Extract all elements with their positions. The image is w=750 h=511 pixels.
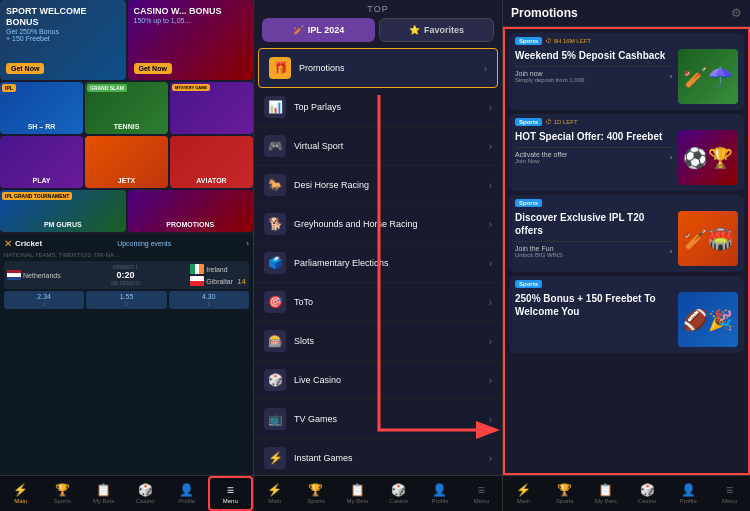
promo-freebet-link[interactable]: Activate the offer Join Now › [515, 147, 672, 164]
nav-mybets-right[interactable]: 📋 My Bets [585, 476, 626, 511]
promo-welcome-title: 250% Bonus + 150 Freebet To Welcome You [515, 292, 672, 318]
sport-banner-btn[interactable]: Get Now [6, 63, 44, 74]
score-14: 14 [237, 277, 246, 286]
sport-tile-jetx-label: JETX [118, 177, 136, 184]
nav-mybets-mid[interactable]: 📋 My Bets [337, 476, 378, 511]
left-bottom-nav: ⚡ Main 🏆 Sports 📋 My Bets 🎲 Casino 👤 Pro… [0, 475, 253, 511]
instant-games-label: Instant Games [294, 453, 489, 463]
promotions-tile[interactable]: PROMOTIONS [128, 190, 254, 232]
sport-tile-aviator[interactable]: AVIATOR [170, 136, 253, 188]
menu-item-toto[interactable]: 🎯 ToTo › [254, 283, 502, 322]
menu-item-slots[interactable]: 🎰 Slots › [254, 322, 502, 361]
match-sub: NATIONAL TEAMS, TWENTY20, TRI-NA... [4, 252, 249, 258]
freebet-link-chevron: › [670, 154, 672, 161]
filter-icon[interactable]: ⚙ [731, 6, 742, 20]
nav-main-mid[interactable]: ⚡ Main [254, 476, 295, 511]
odd-btn-3[interactable]: 4.301 [169, 291, 249, 309]
casino-banner-btn[interactable]: Get Now [134, 63, 172, 74]
promo-card-freebet[interactable]: Sports ⏱ 1D LEFT HOT Special Offer: 400 … [509, 114, 744, 191]
extra-tiles: IPL GRAND TOURNAMENT PM GURUS PROMOTIONS [0, 190, 253, 232]
nav-sports-right[interactable]: 🏆 Sports [544, 476, 585, 511]
promo-welcome-body: 250% Bonus + 150 Freebet To Welcome You … [509, 292, 744, 353]
tv-games-icon: 📺 [264, 408, 286, 430]
mybets-label-right: My Bets [595, 498, 617, 504]
live-casino-icon: 🎲 [264, 369, 286, 391]
nav-main-right[interactable]: ⚡ Main [503, 476, 544, 511]
menu-item-tv-games[interactable]: 📺 TV Games › [254, 400, 502, 439]
parliament-icon: 🗳️ [264, 252, 286, 274]
sport-tile-mystery[interactable]: MYSTERY GAME [170, 82, 253, 134]
nav-profile-left[interactable]: 👤 Profile [166, 476, 208, 511]
menu-icon-right: ≡ [726, 483, 733, 497]
menu-item-instant-games[interactable]: ⚡ Instant Games › [254, 439, 502, 475]
nav-casino-right[interactable]: 🎲 Casino [627, 476, 668, 511]
desi-horse-icon: 🐎 [264, 174, 286, 196]
nav-casino-left[interactable]: 🎲 Casino [125, 476, 167, 511]
menu-item-top-parlays[interactable]: 📊 Top Parlays › [254, 88, 502, 127]
promo-card-ipl[interactable]: Sports Discover Exclusive IPL T20 offers… [509, 195, 744, 272]
nav-menu-right[interactable]: ≡ Menu [709, 476, 750, 511]
top-label: TOP [254, 0, 502, 18]
sport-tile-play[interactable]: PLAY [0, 136, 83, 188]
menu-item-desi-horse[interactable]: 🐎 Desi Horse Racing › [254, 166, 502, 205]
sport-tile-tennis[interactable]: GRAND SLAM TENNIS [85, 82, 168, 134]
tab-favorites[interactable]: ⭐ Favorites [379, 18, 494, 42]
sports-label-right: Sports [556, 498, 573, 504]
match-row: Netherlands INNINGS 1 0:20 0/0-20/0(2.5)… [4, 261, 249, 289]
promo-ipl-tag: Sports [515, 199, 542, 207]
promo-ipl-link[interactable]: Join the Fun Unlock BIG WINS › [515, 241, 672, 258]
menu-item-virtual-sport[interactable]: 🎮 Virtual Sport › [254, 127, 502, 166]
sports-label-mid: Sports [307, 498, 324, 504]
sport-welcome-banner[interactable]: SPORT WELCOME BONUS Get 250% Bonus + 150… [0, 0, 126, 80]
promo-cashback-text: Weekend 5% Deposit Cashback Join now Sim… [515, 49, 672, 104]
sport-tile-ipl[interactable]: IPL SH – RR [0, 82, 83, 134]
promotions-chevron: › [484, 63, 487, 74]
promo-welcome-text: 250% Bonus + 150 Freebet To Welcome You [515, 292, 672, 347]
casino-label: Casino [136, 498, 155, 504]
menu-item-live-casino[interactable]: 🎲 Live Casino › [254, 361, 502, 400]
instant-games-icon: ⚡ [264, 447, 286, 469]
casino-bonus-banner[interactable]: CASINO W... BONUS 150% up to 1,05... Get… [128, 0, 254, 80]
nav-sports-mid[interactable]: 🏆 Sports [295, 476, 336, 511]
sport-tile-jetx[interactable]: JETX [85, 136, 168, 188]
mybets-icon-right: 📋 [598, 483, 613, 497]
nav-casino-mid[interactable]: 🎲 Casino [378, 476, 419, 511]
promo-ipl-body: Discover Exclusive IPL T20 offers Join t… [509, 211, 744, 272]
cricket-label: Cricket [15, 239, 42, 248]
tab-ipl[interactable]: 🏏 IPL 2024 [262, 18, 375, 42]
promo-card-welcome[interactable]: Sports 250% Bonus + 150 Freebet To Welco… [509, 276, 744, 353]
menu-item-parliament[interactable]: 🗳️ Parliamentary Elections › [254, 244, 502, 283]
promo-card-cashback[interactable]: Sports ⏱ 9H 16M LEFT Weekend 5% Deposit … [509, 33, 744, 110]
nav-profile-mid[interactable]: 👤 Profile [419, 476, 460, 511]
mybets-label: My Bets [93, 498, 115, 504]
odd-btn-1[interactable]: 2.341 [4, 291, 84, 309]
ipl-grand-tile[interactable]: IPL GRAND TOURNAMENT PM GURUS [0, 190, 126, 232]
promo-cashback-link[interactable]: Join now Simply deposit from 1,000 › [515, 66, 672, 83]
promos-list: Sports ⏱ 9H 16M LEFT Weekend 5% Deposit … [503, 27, 750, 475]
nav-menu-left[interactable]: ≡ Menu [208, 476, 254, 511]
nav-main-left[interactable]: ⚡ Main [0, 476, 42, 511]
upcoming-chevron: › [246, 239, 249, 248]
sports-icon-mid: 🏆 [308, 483, 323, 497]
nav-menu-mid[interactable]: ≡ Menu [461, 476, 502, 511]
tv-games-chevron: › [489, 414, 492, 425]
casino-label-right: Casino [638, 498, 657, 504]
menu-item-promotions[interactable]: 🎁 Promotions › [258, 48, 498, 88]
menu-item-greyhounds[interactable]: 🐕 Greyhounds and Horse Racing › [254, 205, 502, 244]
sport-banner-sub2: + 150 Freebet [6, 35, 120, 42]
nav-mybets-left[interactable]: 📋 My Bets [83, 476, 125, 511]
cricket-section: ✕ Cricket Upcoming events › NATIONAL TEA… [0, 234, 253, 475]
main-icon: ⚡ [13, 483, 28, 497]
instant-games-chevron: › [489, 453, 492, 464]
ireland-flag [190, 264, 204, 274]
sports-icon: 🏆 [55, 483, 70, 497]
team1-info: Netherlands [7, 270, 61, 280]
ipl-badge: IPL [2, 84, 16, 92]
casino-label-mid: Casino [389, 498, 408, 504]
nav-sports-left[interactable]: 🏆 Sports [42, 476, 84, 511]
promo-cashback-tag: Sports [515, 37, 542, 45]
parlays-icon: 📊 [264, 96, 286, 118]
cashback-link-chevron: › [670, 73, 672, 80]
odd-btn-2[interactable]: 1.552 [86, 291, 166, 309]
nav-profile-right[interactable]: 👤 Profile [668, 476, 709, 511]
